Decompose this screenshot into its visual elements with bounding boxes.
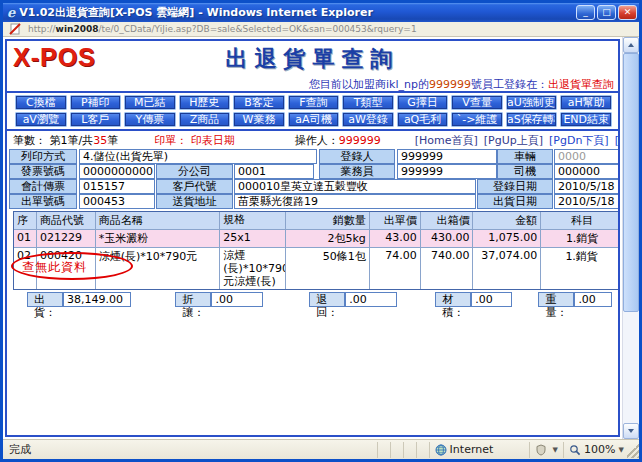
- button-login[interactable]: aW登錄: [342, 112, 394, 127]
- content-area: X-POS 出退貨單查詢 您目前以加盟商ikl_np的999999號員工登錄在：…: [3, 37, 639, 439]
- cell-seq: 01: [14, 230, 37, 247]
- voucher-field[interactable]: 015157: [79, 179, 155, 194]
- address-label: 送貨地址: [156, 194, 233, 209]
- cell-subject: 1.銷貨: [541, 230, 620, 247]
- ship-date-field[interactable]: 2010/5/18: [554, 194, 620, 209]
- login-date-field[interactable]: 2010/5/18: [554, 179, 620, 194]
- url-text: http://win2008/te/0_CData/YiJie.asp?DB=s…: [28, 24, 417, 34]
- button-voucher[interactable]: Y傳票: [124, 112, 176, 127]
- header-code: 商品代號: [37, 212, 96, 229]
- cell-unit-price: 43.00: [370, 230, 421, 247]
- cell-qty: 50條1包: [286, 248, 370, 289]
- salesman-field[interactable]: 999999: [397, 164, 497, 179]
- vehicle-field[interactable]: 0000: [554, 149, 620, 164]
- button-save-export[interactable]: aS保存轉檔: [506, 112, 558, 127]
- branch-field[interactable]: 0001: [234, 164, 314, 179]
- operator: 操作人：999999: [295, 133, 381, 148]
- return-label: 退回：: [309, 292, 345, 307]
- button-sales[interactable]: W業務: [233, 112, 285, 127]
- close-button[interactable]: ✕: [618, 5, 637, 20]
- cell-unit-price: 74.00: [370, 248, 421, 289]
- browser-window: e V1.02出退貨查詢[X-POS 雲端網] - Windows Intern…: [0, 0, 642, 462]
- cell-name: *玉米澱粉: [96, 230, 221, 247]
- zoom-control[interactable]: 100% ▼: [563, 442, 627, 458]
- cell-amount: 1,075.00: [473, 230, 541, 247]
- title-bar: e V1.02出退貨查詢[X-POS 雲端網] - Windows Intern…: [3, 3, 639, 22]
- button-custom[interactable]: B客定: [233, 95, 285, 110]
- button-check-qty[interactable]: V查量: [451, 95, 503, 110]
- vehicle-label: 車輛: [497, 149, 553, 164]
- zoom-level: 100%: [584, 443, 615, 456]
- button-driver[interactable]: aA司機: [288, 112, 340, 127]
- header-qty: 銷數量: [286, 212, 370, 229]
- page-title: 出退貨單查詢: [7, 44, 618, 74]
- scroll-up-button[interactable]: [623, 37, 639, 53]
- button-end[interactable]: END結束: [560, 112, 612, 127]
- cell-box-price: 740.00: [421, 248, 474, 289]
- driver-field[interactable]: 000000: [554, 164, 620, 179]
- header-name: 商品名稱: [96, 212, 221, 229]
- magnifier-icon: [569, 444, 581, 456]
- driver-label: 司機: [497, 164, 553, 179]
- order-no-field[interactable]: 000453: [79, 194, 155, 209]
- button-help[interactable]: aH幫助: [560, 95, 612, 110]
- button-pick-date[interactable]: G擇日: [397, 95, 449, 110]
- maximize-button[interactable]: □: [597, 5, 616, 20]
- header-box-price: 出箱價: [421, 212, 474, 229]
- security-zone: Internet: [429, 442, 529, 458]
- button-force-edit[interactable]: aU強制更改: [506, 95, 558, 110]
- print-mode-field[interactable]: 4.儲位(出貨先單): [79, 149, 317, 164]
- button-history[interactable]: H歷史: [179, 95, 231, 110]
- scroll-thumb[interactable]: [623, 53, 639, 312]
- button-type[interactable]: T類型: [342, 95, 394, 110]
- phishing-filter[interactable]: ▼: [529, 442, 563, 458]
- status-bar: 完成 Internet ▼ 100% ▼: [3, 439, 639, 459]
- button-maintain[interactable]: `->維護: [451, 112, 503, 127]
- order-form: 列印方式 4.儲位(出貨先單) 登錄人 999999 車輛 0000 發票號碼 …: [7, 149, 618, 210]
- header-seq: 序: [14, 212, 37, 229]
- header-amount: 金額: [473, 212, 541, 229]
- link-end[interactable]: [End尾頁]: [615, 133, 620, 148]
- volume-value: .00: [471, 292, 512, 307]
- cell-spec: 25x1: [220, 230, 286, 247]
- record-count: 筆數： 第1筆/共35筆: [13, 133, 118, 148]
- ship-total-value: 38,149.00: [63, 292, 131, 307]
- page-error-icon: [9, 23, 21, 35]
- button-reprint[interactable]: P補印: [70, 95, 122, 110]
- not-found-annotation: 查無此資料: [22, 259, 87, 276]
- button-closed[interactable]: M已結: [124, 95, 176, 110]
- ie-icon: e: [7, 5, 15, 20]
- link-home[interactable]: [Home首頁]: [415, 133, 478, 148]
- table-row[interactable]: 01 021229 *玉米澱粉 25x1 2包5kg 43.00 430.00 …: [14, 230, 620, 248]
- minimize-button[interactable]: _: [576, 5, 595, 20]
- link-pgup[interactable]: [PgUp上頁]: [484, 133, 543, 148]
- header-unit-price: 出單價: [370, 212, 421, 229]
- voucher-label: 會計傳票: [9, 179, 77, 194]
- dropdown-arrow-icon: ▼: [618, 446, 623, 454]
- window-title: V1.02出退貨查詢[X-POS 雲端網] - Windows Internet…: [19, 5, 574, 20]
- link-pgdn[interactable]: [PgDn下頁]: [549, 133, 609, 148]
- button-browse[interactable]: aV瀏覽: [15, 112, 67, 127]
- salesman-label: 業務員: [319, 164, 395, 179]
- button-customer[interactable]: L客戶: [70, 112, 122, 127]
- login-user-field[interactable]: 999999: [397, 149, 497, 164]
- customer-field[interactable]: 000010皇英立達五穀豐收: [234, 179, 476, 194]
- table-row[interactable]: 02 000420 涼煙(長)*10*790元 涼煙(長)*10*790元涼煙(…: [14, 248, 620, 289]
- resize-grip[interactable]: [627, 442, 639, 458]
- arrow-up-icon: [628, 43, 634, 47]
- button-margin[interactable]: aQ毛利: [397, 112, 449, 127]
- button-product[interactable]: Z商品: [179, 112, 231, 127]
- invoice-no-field[interactable]: 0000000000: [79, 164, 155, 179]
- weight-value: .00: [574, 292, 612, 307]
- scroll-down-button[interactable]: [623, 423, 639, 439]
- address-bar[interactable]: http://win2008/te/0_CData/YiJie.asp?DB=s…: [3, 22, 639, 37]
- button-query[interactable]: F查詢: [288, 95, 340, 110]
- address-field[interactable]: 苗栗縣光復路19: [234, 194, 476, 209]
- scroll-track[interactable]: [623, 53, 639, 423]
- button-change-file[interactable]: C換檔: [15, 95, 67, 110]
- page-header: X-POS 出退貨單查詢: [7, 41, 618, 77]
- dropdown-arrow-icon: ▼: [553, 446, 558, 454]
- vertical-scrollbar[interactable]: [622, 37, 639, 439]
- table-header-row: 序 商品代號 商品名稱 規格 銷數量 出單價 出箱價 金額 科目: [14, 212, 620, 230]
- items-table: 序 商品代號 商品名稱 規格 銷數量 出單價 出箱價 金額 科目 01 0212…: [13, 211, 620, 290]
